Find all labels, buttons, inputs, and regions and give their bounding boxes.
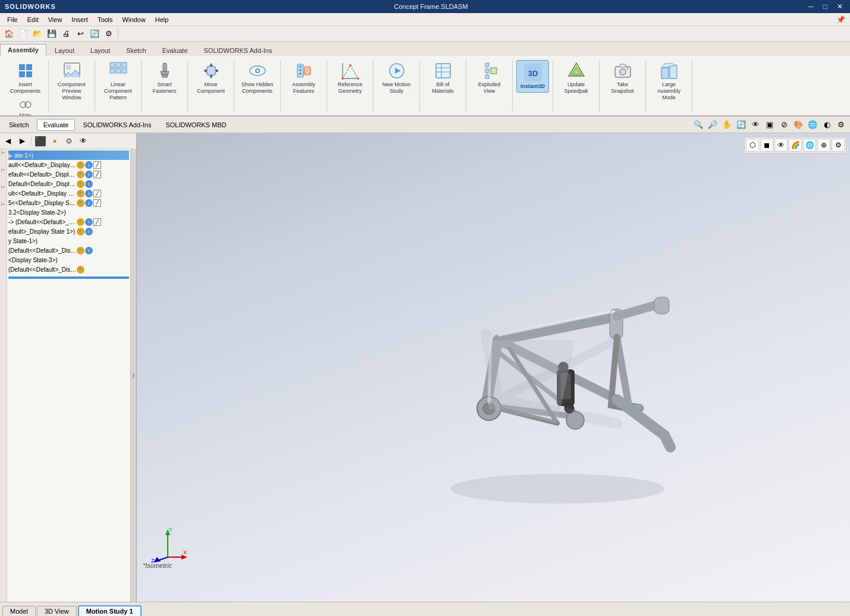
view-hide-button[interactable]: 👁	[749, 118, 762, 131]
tree-item-5[interactable]: 5<<Default>_Display State 1 🔧 i ╱	[8, 198, 129, 208]
tree-item-12[interactable]: (Default<<Default>_Display 🔧	[8, 265, 129, 274]
rebuild-button[interactable]: 🔄	[88, 27, 101, 40]
menu-window[interactable]: Window	[118, 15, 150, 24]
view-section-button[interactable]: ⊘	[777, 118, 791, 131]
save-button[interactable]: 💾	[45, 27, 58, 40]
view-scene-vt-button[interactable]: 🌐	[803, 139, 816, 152]
show-hidden-components-button[interactable]: Show Hidden Components	[238, 60, 277, 96]
print-button[interactable]: 🖨	[59, 27, 73, 40]
view-display-style-button[interactable]: ◼	[760, 139, 773, 152]
tree-item-1[interactable]: ault<<Default>_Display State 🔧 i ╱	[8, 160, 129, 169]
svg-rect-58	[661, 68, 669, 78]
update-speedpak-button[interactable]: ⚡ Update Speedpak	[557, 60, 595, 96]
toolbar-tab-solidworks-addins[interactable]: SOLIDWORKS Add-Ins	[76, 119, 158, 131]
toolbar-tab-evaluate[interactable]: Evaluate	[37, 119, 76, 131]
view-settings-button[interactable]: ⚙	[835, 118, 848, 131]
maximize-button[interactable]: □	[821, 2, 830, 11]
view-orient-button[interactable]: ⬡	[746, 139, 759, 152]
assembly-features-button[interactable]: Assembly Features	[284, 60, 323, 96]
tab-solidworks-addins[interactable]: Evaluate	[155, 45, 196, 56]
cube-icon[interactable]: ⬛	[34, 134, 47, 147]
menu-view[interactable]: View	[43, 15, 67, 24]
home-button[interactable]: 🏠	[2, 27, 15, 40]
tree-item-10[interactable]: (Default<<Default>_Display 🔧 i	[8, 246, 129, 255]
view-hide-show-button[interactable]: 👁	[774, 139, 788, 152]
tree-item-2[interactable]: efault<<Default>_Display St 🔧 i ╱	[8, 169, 129, 179]
tree-item-9[interactable]: y State-1>)	[8, 236, 129, 246]
view-search-button[interactable]: 🔍	[692, 118, 705, 131]
view-appearance-button[interactable]: 🎨	[792, 118, 805, 131]
bottom-tab-model[interactable]: Model	[2, 606, 36, 616]
view-rotate-button[interactable]: 🔄	[735, 118, 748, 131]
tab-solidworks-mbd[interactable]: SOLIDWORKS Add-Ins	[196, 45, 280, 56]
toolbar-tab-sketch[interactable]: Sketch	[2, 119, 36, 131]
tree-item-4[interactable]: ult<<Default>_Display State 🔧 i ╱	[8, 188, 129, 198]
move-component-button[interactable]: Move Component	[192, 60, 230, 96]
left-panel-icon-bar: ◀ ▶ ⬛ ● ⊙ 👁	[0, 133, 136, 149]
menu-tools[interactable]: Tools	[93, 15, 118, 24]
menu-edit[interactable]: Edit	[23, 15, 43, 24]
bill-of-materials-button[interactable]: Bill of Materials	[424, 60, 462, 96]
new-motion-study-button[interactable]: New Motion Study	[377, 60, 416, 96]
viewport[interactable]: Y X Z *Isometric ⬡ ◼ 👁 🌈 🌐 ⊕ ⚙	[137, 133, 850, 602]
view-appearance-vt-button[interactable]: 🌈	[789, 139, 802, 152]
tree-item-7[interactable]: -> (Default<<Default>_Disp 🔧 i ╱	[8, 217, 129, 227]
toggle-icon[interactable]: ⊙	[62, 134, 76, 147]
tab-sketch[interactable]: Layout	[83, 45, 118, 56]
pin-icon[interactable]: 📌	[834, 15, 848, 24]
tab-layout[interactable]: Layout	[47, 45, 82, 56]
nav-right-button[interactable]: ▶	[15, 134, 29, 147]
tab-assembly[interactable]: Assembly	[0, 44, 46, 56]
svg-rect-42	[485, 63, 489, 67]
tree-item-2-label: efault<<Default>_Display St	[8, 171, 77, 178]
bottom-tab-3dview[interactable]: 3D View	[37, 606, 77, 616]
icon-outline-1: ╱	[93, 161, 101, 169]
toolbar-tab-solidworks-mbd[interactable]: SOLIDWORKS MBD	[159, 119, 233, 131]
take-snapshot-button[interactable]: Take Snapshot	[603, 60, 642, 96]
minimize-button[interactable]: ─	[806, 2, 816, 11]
eye-icon[interactable]: 👁	[77, 134, 90, 147]
view-realview-button[interactable]: ◐	[820, 118, 833, 131]
view-more-button[interactable]: ⊕	[817, 139, 830, 152]
nav-left-button[interactable]: ◀	[1, 134, 14, 147]
ruler-mark-1: ⊢	[0, 150, 7, 156]
large-assembly-mode-icon	[660, 61, 679, 80]
tree-item-8[interactable]: efault>_Display State 1>) 🔧 i	[8, 227, 129, 236]
sphere-icon[interactable]: ●	[48, 134, 61, 147]
icon-yellow-8: 🔧	[77, 228, 84, 235]
smart-fasteners-button[interactable]: Smart Fasteners	[145, 60, 184, 96]
bottom-tab-motion-study-1[interactable]: Motion Study 1	[78, 605, 142, 617]
options-button[interactable]: ⚙	[102, 27, 115, 40]
close-button[interactable]: ✕	[835, 2, 845, 11]
tree-item-3[interactable]: Default<Default>_Display S 🔧 i	[8, 179, 129, 188]
view-settings-vt-button[interactable]: ⚙	[832, 139, 845, 152]
tree-item-6[interactable]: 3.2<Display State-2>)	[8, 208, 129, 217]
tab-evaluate[interactable]: Sketch	[118, 45, 154, 56]
ribbon-group-preview: Component Preview Window	[49, 60, 95, 112]
view-display-button[interactable]: ▣	[763, 118, 776, 131]
large-assembly-mode-button[interactable]: Large Assembly Mode	[650, 60, 688, 102]
tree-item-label: ate-1>)	[14, 152, 83, 159]
mate-button[interactable]: Mate	[11, 97, 40, 115]
menu-file[interactable]: File	[2, 15, 23, 24]
linear-component-pattern-button[interactable]: Linear Component Pattern	[99, 60, 137, 102]
exploded-view-button[interactable]: Exploded View	[470, 60, 509, 96]
reference-geometry-button[interactable]: Reference Geometry	[331, 60, 369, 96]
view-zoom-button[interactable]: 🔎	[706, 118, 719, 131]
undo-button[interactable]: ↩	[74, 27, 87, 40]
icon-outline-4: ╱	[93, 190, 101, 197]
view-pan-button[interactable]: ✋	[720, 118, 733, 131]
panel-collapse-handle[interactable]: ❯	[130, 149, 136, 602]
menu-insert[interactable]: Insert	[67, 15, 93, 24]
instant3d-button[interactable]: 3D Instant3D	[516, 60, 549, 93]
tree-item-selected[interactable]: ▶ ate-1>)	[8, 150, 129, 160]
ribbon-group-motion-study: New Motion Study	[374, 60, 420, 112]
menu-help[interactable]: Help	[150, 15, 174, 24]
tree-item-11[interactable]: <Display State-3>)	[8, 255, 129, 265]
new-button[interactable]: 📄	[17, 27, 30, 40]
insert-components-button[interactable]: Insert Components	[6, 60, 45, 96]
open-button[interactable]: 📂	[31, 27, 44, 40]
ribbon-group-large-assembly: Large Assembly Mode	[646, 60, 692, 112]
component-preview-window-button[interactable]: Component Preview Window	[52, 60, 91, 102]
view-scene-button[interactable]: 🌐	[806, 118, 819, 131]
